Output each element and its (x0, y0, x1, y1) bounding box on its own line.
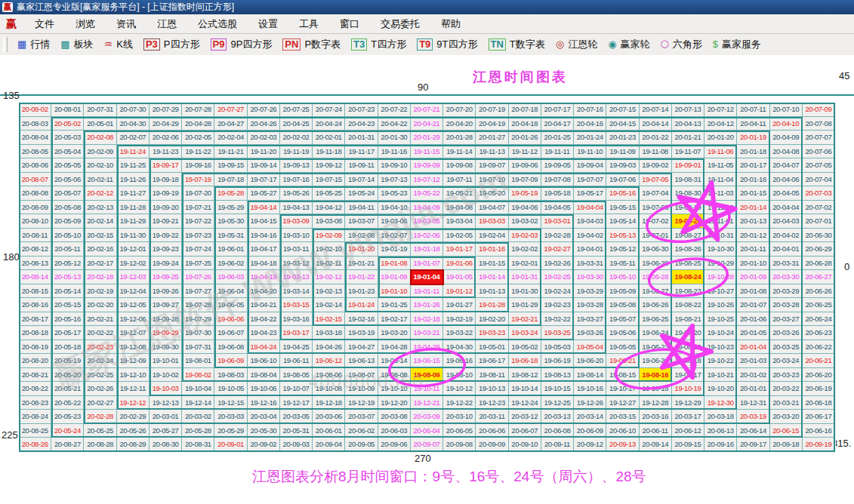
grid-cell: 19-02-20 (476, 312, 508, 327)
menu-item-9[interactable]: 帮助 (430, 17, 471, 31)
grid-cell: 19-10-17 (606, 382, 639, 396)
grid-cell: 19-10-10 (378, 382, 411, 396)
grid-cell: 19-05-02 (509, 340, 541, 355)
menu-item-6[interactable]: 工具 (288, 17, 329, 31)
grid-cell: 20-08-23 (19, 396, 51, 410)
toolbar-item-t9-square[interactable]: T99T四方形 (417, 38, 477, 51)
grid-cell: 19-10-30 (704, 242, 737, 257)
grid-cell: 20-04-27 (214, 117, 247, 131)
grid-cell: 19-09-30 (150, 340, 182, 355)
grid-cell: 20-06-13 (704, 424, 737, 438)
grid-cell: 19-04-04 (574, 201, 606, 215)
grid-cell: 19-01-24 (345, 298, 378, 312)
grid-cell: 19-12-12 (117, 396, 150, 410)
grid-cell: 19-06-27 (640, 284, 672, 299)
toolbar-item-t-square[interactable]: T3T四方形 (351, 38, 406, 51)
menu-item-0[interactable]: 文件 (24, 17, 65, 31)
grid-cell: 19-07-07 (574, 173, 606, 187)
grid-cell: 19-10-02 (150, 368, 182, 383)
grid-cell: 19-05-24 (345, 186, 378, 201)
grid-cell: 19-03-21 (411, 326, 443, 340)
menu-item-1[interactable]: 浏览 (65, 17, 106, 31)
menu-item-8[interactable]: 交易委托 (370, 17, 430, 31)
toolbar-item-winner-wheel[interactable]: ◉赢家轮 (608, 38, 649, 51)
grid-cell: 19-12-01 (117, 242, 150, 257)
grid-cell: 20-09-18 (770, 438, 803, 452)
p9-square-icon: P9 (211, 38, 227, 51)
chart-title: 江恩时间图表 (473, 68, 568, 86)
grid-cell: 19-01-20 (345, 242, 378, 257)
toolbar-item-dollar-service[interactable]: $赢家服务 (713, 38, 761, 51)
grid-cell: 20-05-12 (51, 257, 84, 271)
grid-cell: 20-07-20 (443, 103, 476, 117)
grid-cell: 19-03-10 (280, 229, 313, 243)
toolbar-item-p-square[interactable]: P3P四方形 (143, 38, 200, 51)
grid-cell: 20-02-14 (84, 214, 116, 229)
grid-cell: 19-02-10 (313, 242, 345, 257)
menu-item-3[interactable]: 江恩 (146, 17, 187, 31)
grid-cell: 19-12-15 (214, 396, 247, 410)
toolbar-item-gann-wheel[interactable]: ◎江恩轮 (556, 38, 597, 51)
grid-cell: 19-08-30 (672, 186, 704, 201)
window-title: 赢家江恩专业版[赢家服务平台] - [上证指数时间正方形] (17, 0, 234, 14)
toolbar-item-candlestick[interactable]: ♒K线 (104, 38, 133, 51)
grid-cell: 20-05-16 (51, 312, 84, 327)
grid-cell: 20-04-06 (770, 173, 803, 187)
grid-cell: 20-08-16 (19, 298, 51, 312)
grid-cell: 19-09-09 (411, 158, 443, 173)
grid-cell: 20-05-24 (51, 424, 84, 438)
grid-cell: 20-01-12 (737, 229, 769, 243)
grid-cell: 19-09-15 (214, 158, 247, 173)
grid-cell: 19-12-23 (476, 396, 508, 410)
toolbar-item-t-number[interactable]: TNT数字表 (489, 38, 545, 51)
toolbar-item-quote-grid[interactable]: ▦行情 (17, 38, 50, 51)
menu-logo-icon: 赢 (6, 17, 17, 31)
grid-cell: 19-07-21 (182, 201, 214, 215)
menu-item-2[interactable]: 资讯 (106, 17, 146, 31)
grid-cell: 20-01-11 (737, 242, 769, 257)
angle-label-270: 270 (415, 453, 431, 464)
grid-cell: 19-09-23 (150, 242, 182, 257)
grid-cell: 19-12-10 (117, 368, 150, 383)
grid-cell: 19-05-18 (541, 186, 574, 201)
grid-cell: 20-02-05 (182, 131, 214, 145)
menu-item-5[interactable]: 设置 (248, 17, 288, 31)
grid-cell: 19-10-18 (640, 382, 672, 396)
grid-cell: 20-01-06 (737, 312, 769, 327)
grid-cell: 20-08-10 (19, 214, 51, 229)
grid-cell: 19-08-29 (672, 201, 704, 215)
grid-cell: 20-01-18 (737, 145, 769, 159)
grid-cell: 19-05-13 (606, 229, 639, 243)
grid-cell: 19-04-13 (280, 201, 313, 215)
angle-label-135: 135 (3, 90, 20, 101)
grid-cell: 20-03-09 (411, 410, 443, 424)
grid-cell: 19-02-25 (541, 270, 574, 284)
grid-cell: 19-05-04 (574, 340, 606, 355)
grid-cell: 20-07-31 (84, 103, 116, 117)
grid-cell: 20-08-11 (19, 229, 51, 243)
menu-item-4[interactable]: 公式选股 (187, 17, 248, 31)
grid-cell: 19-05-25 (313, 186, 345, 201)
grid-cell: 20-01-01 (737, 382, 769, 396)
grid-cell: 19-11-23 (150, 145, 182, 159)
toolbar-item-sector-blocks[interactable]: ▩板块 (60, 38, 93, 51)
grid-cell: 19-12-31 (737, 396, 769, 410)
grid-cell: 19-10-29 (704, 257, 737, 271)
menu-item-7[interactable]: 窗口 (329, 17, 370, 31)
grid-cell: 20-06-26 (803, 284, 835, 299)
grid-cell: 20-03-20 (770, 410, 803, 424)
quote-grid-icon: ▦ (17, 39, 26, 50)
grid-cell: 19-03-22 (443, 326, 476, 340)
grid-cell: 20-09-03 (280, 438, 313, 452)
toolbar-item-p9-square[interactable]: P99P四方形 (211, 38, 273, 51)
grid-cell: 20-06-01 (313, 424, 345, 438)
grid-cell: 20-07-23 (345, 103, 378, 117)
grid-cell: 20-02-15 (84, 229, 116, 243)
toolbar-item-hexagon[interactable]: ⬡六角形 (661, 38, 702, 51)
grid-cell: 19-08-16 (640, 368, 672, 383)
grid-cell: 19-08-13 (541, 368, 574, 383)
grid-cell: 20-01-08 (737, 284, 769, 299)
toolbar-item-p-number[interactable]: PNP数字表 (282, 38, 341, 51)
grid-cell: 19-07-04 (640, 186, 672, 201)
grid-cell: 19-03-25 (541, 326, 574, 340)
